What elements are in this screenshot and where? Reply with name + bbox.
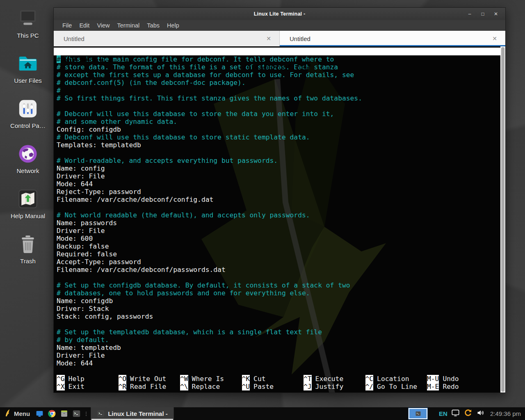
volume-icon[interactable] [476, 409, 485, 419]
close-button[interactable]: ✕ [491, 9, 500, 18]
shortcut-label: Redo [443, 383, 459, 390]
desktop-icon-user-files[interactable]: User Files [3, 52, 53, 97]
nano-shortcut[interactable]: ^\Replace [177, 383, 239, 390]
editor-line: Reject-Type: password [54, 188, 500, 196]
minimize-button[interactable]: – [465, 9, 474, 18]
desktop-icon-column: This PC User Files [2, 7, 54, 277]
blue-display-icon [35, 409, 44, 418]
desktop-icon-help-manual[interactable]: Help Manual [3, 187, 53, 232]
nano-shortcut[interactable]: ^XExit [54, 383, 116, 390]
desktop-icon-label: User Files [14, 77, 42, 84]
menu-label: Menu [14, 410, 30, 417]
desktop-icon-label: Control Pa… [10, 122, 46, 129]
archive-box-icon [60, 409, 68, 418]
menu-tabs[interactable]: Tabs [143, 22, 163, 29]
editor-line: # Set up the configdb database. By defau… [54, 281, 500, 289]
nano-file-path: /etc/debconf.conf [54, 63, 500, 71]
window-title: Linux Lite Terminal - [54, 11, 505, 17]
workspace-pager[interactable] [409, 408, 427, 419]
terminal-icon [72, 409, 81, 418]
maximize-button[interactable]: □ [478, 9, 487, 18]
menu-view[interactable]: View [93, 22, 113, 29]
terminal-scrollbar[interactable] [500, 46, 505, 393]
clock[interactable]: 2:49:36 pm [488, 410, 521, 417]
taskbar-task-terminal[interactable]: Linux Lite Terminal - [91, 407, 174, 420]
start-menu-button[interactable]: Menu [0, 407, 33, 420]
tab-untitled-1[interactable]: Untitled ✕ [54, 31, 280, 46]
editor-line: Mode: 644 [54, 359, 500, 367]
shortcut-key: ^U [242, 383, 250, 390]
nano-shortcut[interactable]: ^/Go To Line [363, 383, 425, 390]
editor-line [54, 149, 500, 157]
editor-line: # World-readable, and accepts everything… [54, 157, 500, 164]
editor-line: # Debconf will use this database to stor… [54, 110, 500, 118]
sliders-icon [16, 97, 39, 121]
editor-line: Mode: 600 [54, 235, 500, 242]
shortcut-label: Help [68, 375, 84, 383]
desktop-icon-label: Network [16, 167, 39, 174]
desktop-icon-this-pc[interactable]: This PC [3, 7, 53, 52]
show-desktop-launcher[interactable] [33, 407, 46, 420]
display-settings-icon[interactable] [451, 409, 460, 418]
shortcut-label: Justify [315, 383, 344, 390]
nano-shortcut[interactable]: ^WWhere Is [177, 375, 239, 383]
nano-shortcut[interactable]: M-UUndo [424, 375, 486, 383]
terminal-window: Linux Lite Terminal - – □ ✕ File Edit Vi… [53, 7, 506, 393]
desktop-icon-label: This PC [17, 32, 39, 39]
desktop-icon-label: Trash [20, 258, 36, 265]
chrome-launcher[interactable] [46, 407, 58, 420]
editor-line: Filename: /var/cache/debconf/passwords.d… [54, 266, 500, 274]
nano-editor[interactable]: GNU nano 7.2 /etc/debconf.conf # This is… [54, 46, 500, 393]
desktop-icon-label: Help Manual [11, 212, 45, 219]
shortcut-label: Replace [192, 383, 220, 390]
nano-shortcut[interactable]: ^UPaste [239, 383, 301, 390]
shortcut-label: Go To Line [377, 383, 417, 390]
nano-shortcut[interactable]: ^KCut [239, 375, 301, 383]
menu-file[interactable]: File [59, 22, 75, 29]
scrollbar-thumb[interactable] [501, 47, 504, 392]
nano-shortcut[interactable]: ^GHelp [54, 375, 116, 383]
window-titlebar[interactable]: Linux Lite Terminal - – □ ✕ [54, 8, 505, 20]
editor-line: # Set up the templatedb database, which … [54, 328, 500, 336]
update-notifier-icon[interactable] [463, 409, 472, 419]
archive-manager-launcher[interactable] [58, 407, 70, 420]
nano-shortcut[interactable]: ^JJustify [301, 383, 363, 390]
tab-untitled-2[interactable]: Untitled ✕ [280, 31, 505, 46]
desktop-icon-control-panel[interactable]: Control Pa… [3, 97, 53, 142]
editor-line: # and some other dynamic data. [54, 118, 500, 126]
nano-shortcut[interactable]: ^CLocation [363, 375, 425, 383]
shortcut-key: ^/ [365, 383, 374, 390]
menu-edit[interactable]: Edit [75, 22, 93, 29]
nano-shortcut-bar: ^GHelp^OWrite Out^WWhere Is^KCut^TExecut… [54, 375, 500, 390]
home-folder-icon [16, 52, 39, 75]
terminal-launcher[interactable] [70, 407, 82, 420]
editor-line: Templates: templatedb [54, 141, 500, 149]
editor-lines: # This is the main config file for debco… [54, 55, 500, 367]
keyboard-layout-indicator[interactable]: EN [439, 410, 447, 417]
editor-line: # databases, one to hold passwords and o… [54, 289, 500, 297]
editor-line: Name: config [54, 164, 500, 172]
nano-shortcut[interactable]: M-ERedo [424, 383, 486, 390]
tab-close-icon[interactable]: ✕ [491, 34, 499, 43]
tab-close-icon[interactable]: ✕ [265, 34, 273, 43]
globe-icon [16, 142, 39, 166]
editor-line: # except the first sets up a database fo… [54, 71, 500, 79]
menu-terminal[interactable]: Terminal [114, 22, 144, 29]
task-label: Linux Lite Terminal - [108, 410, 168, 417]
desktop-icon-network[interactable]: Network [3, 142, 53, 187]
editor-line: # This is the main config file for debco… [54, 55, 500, 63]
terminal-icon [415, 411, 421, 416]
window-controls: – □ ✕ [465, 9, 505, 18]
nano-shortcut[interactable]: ^OWrite Out [116, 375, 178, 383]
desktop-icon-trash[interactable]: Trash [3, 232, 53, 277]
chrome-icon [48, 409, 56, 418]
nano-shortcut[interactable]: ^TExecute [301, 375, 363, 383]
tab-label: Untitled [64, 35, 84, 42]
editor-line: Config: configdb [54, 126, 500, 133]
menu-help[interactable]: Help [163, 22, 183, 29]
shortcut-key: ^K [242, 375, 250, 383]
nano-shortcut[interactable]: ^RRead File [116, 383, 178, 390]
editor-line: # So first things first. This first stan… [54, 94, 500, 102]
taskbar: Menu [0, 407, 525, 420]
system-tray: EN 2:49:36 pm [439, 409, 525, 419]
